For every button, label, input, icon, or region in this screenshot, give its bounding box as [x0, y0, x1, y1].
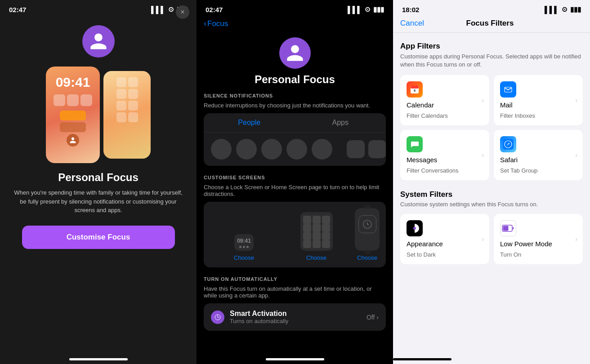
calendar-icon: 4 [407, 81, 423, 98]
calendar-sub: Filter Calendars [407, 112, 483, 119]
watch-preview: Choose [355, 208, 380, 261]
screen-personal-focus-detail: 02:47 ▌▌▌ ⊙ ▮▮▮ ‹ Focus Personal Focus S… [197, 0, 393, 364]
smart-activation-card: Smart Activation Turns on automatically … [204, 303, 386, 331]
safari-icon [500, 136, 516, 152]
s3-content: App Filters Customise apps during Person… [393, 33, 590, 358]
choose-label-2[interactable]: Choose [306, 254, 326, 261]
silence-desc: Reduce interruptions by choosing just th… [204, 102, 386, 109]
signal-icon: ▌▌▌ [151, 6, 165, 13]
watch-face [358, 215, 376, 233]
apps-row [340, 133, 386, 166]
lock-screen-mini: 09:41 [234, 234, 254, 251]
appearance-filter-card[interactable]: Appearance Set to Dark › [400, 214, 489, 264]
appearance-sub: Set to Dark [407, 251, 483, 258]
app-filters-grid: 4 Calendar Filter Calendars › Mail Filt [400, 75, 583, 180]
tab-apps[interactable]: Apps [295, 113, 386, 132]
mail-sub: Filter Inboxes [500, 112, 577, 119]
mail-title: Mail [500, 101, 577, 109]
safari-filter-card[interactable]: Safari Set Tab Group › [494, 130, 583, 180]
mini-lock-time: 09:41 [237, 238, 251, 244]
widget-row-3 [116, 101, 138, 111]
focus-filters-title: Focus Filters [466, 19, 514, 28]
mail-filter-card[interactable]: Mail Filter Inboxes › [494, 75, 583, 125]
cancel-button[interactable]: Cancel [400, 19, 424, 28]
back-button[interactable]: ‹ Focus [204, 19, 228, 28]
s2-avatar [279, 37, 311, 69]
appearance-title: Appearance [407, 240, 483, 248]
watch-mini [355, 208, 380, 251]
phone-time: 09:41 [56, 75, 90, 90]
mini-grid-row-4 [303, 240, 330, 248]
app-icon-2 [67, 94, 79, 106]
app-sq-2 [368, 140, 386, 158]
chevron-left-icon: ‹ [204, 19, 206, 28]
lowpower-title: Low Power Mode [500, 240, 577, 248]
widget-row-2 [116, 89, 138, 99]
chevron-right-cal: › [482, 97, 484, 104]
screens-card: 09:41 Choose [204, 202, 386, 267]
screen-focus-filters: 18:02 ▌▌▌ ⊙ ▮▮▮ Cancel Focus Filters App… [393, 0, 590, 364]
calendar-filter-card[interactable]: 4 Calendar Filter Calendars › [400, 75, 489, 125]
status-time-3: 18:02 [402, 6, 419, 13]
widget-sq-8 [128, 112, 138, 122]
chevron-right-lowpower: › [575, 235, 577, 243]
svg-rect-5 [411, 86, 419, 89]
back-nav: ‹ Focus [197, 16, 393, 33]
wifi-icon: ⊙ [168, 5, 174, 13]
messages-sub: Filter Conversations [407, 167, 483, 174]
widget-sq-7 [116, 112, 126, 122]
people-apps-tabs: People Apps [204, 113, 386, 133]
s2-title: Personal Focus [255, 73, 335, 86]
system-filters-desc: Customise system settings when this Focu… [400, 201, 583, 208]
system-filters-title: System Filters [400, 190, 583, 199]
widget-sq-6 [128, 101, 138, 111]
person-avatar-3 [261, 139, 282, 160]
person-avatar-1 [211, 139, 232, 160]
choose-label-1[interactable]: Choose [234, 254, 254, 261]
watch-face-icon [362, 219, 372, 229]
chevron-right-messages: › [482, 151, 484, 159]
silence-label: SILENCE NOTIFICATIONS [204, 93, 386, 98]
mini-grid-row-3 [303, 232, 330, 240]
status-icons-3: ▌▌▌ ⊙ ▮▮▮ [545, 5, 581, 13]
choose-label-3[interactable]: Choose [357, 254, 377, 261]
home-indicator-1 [69, 358, 128, 360]
widget-sq-1 [116, 77, 126, 87]
close-button[interactable]: × [176, 5, 189, 19]
home-screen-preview: Choose [282, 212, 350, 261]
screen-previews: 09:41 Choose [210, 208, 380, 261]
app-icon-3 [80, 94, 92, 106]
home-screen-mini [300, 212, 333, 251]
battery-icon-2: ▮▮▮ [373, 5, 384, 13]
app-icon-1 [54, 94, 65, 106]
chevron-right-mail: › [575, 97, 577, 104]
smart-activation-row[interactable]: Smart Activation Turns on automatically … [204, 303, 386, 331]
person-avatar-4 [286, 139, 307, 160]
phone-preview-container: 09:41 [46, 67, 151, 163]
auto-label: TURN ON AUTOMATICALLY [204, 276, 386, 282]
mini-dots [239, 246, 249, 248]
svg-line-2 [367, 224, 369, 225]
battery-icon-3: ▮▮▮ [570, 5, 581, 13]
safari-title: Safari [500, 156, 577, 164]
lowpower-icon [500, 220, 516, 236]
status-icons-2: ▌▌▌ ⊙ ▮▮▮ [348, 5, 384, 13]
app-filters-title: App Filters [400, 42, 583, 51]
messages-icon [407, 136, 423, 152]
safari-sub: Set Tab Group [500, 167, 577, 174]
svg-point-14 [508, 144, 509, 145]
wifi-icon-3: ⊙ [562, 5, 568, 13]
smart-activation-value: Off › [367, 314, 379, 321]
customise-focus-button[interactable]: Customise Focus [22, 226, 175, 249]
person-widget [67, 134, 79, 146]
system-filters-grid: Appearance Set to Dark › Low Power Mode … [400, 214, 583, 264]
status-bar-1: 02:47 ▌▌▌ ⊙ ▮▮▮ [0, 0, 197, 16]
tab-people[interactable]: People [204, 113, 295, 132]
person-avatar-2 [236, 139, 257, 160]
messages-title: Messages [407, 156, 483, 164]
person-icon [89, 31, 108, 51]
phone-mock-left: 09:41 [46, 67, 100, 163]
messages-filter-card[interactable]: Messages Filter Conversations › [400, 130, 489, 180]
lowpower-filter-card[interactable]: Low Power Mode Turn On › [494, 214, 583, 264]
phone-mock-right [103, 71, 151, 159]
